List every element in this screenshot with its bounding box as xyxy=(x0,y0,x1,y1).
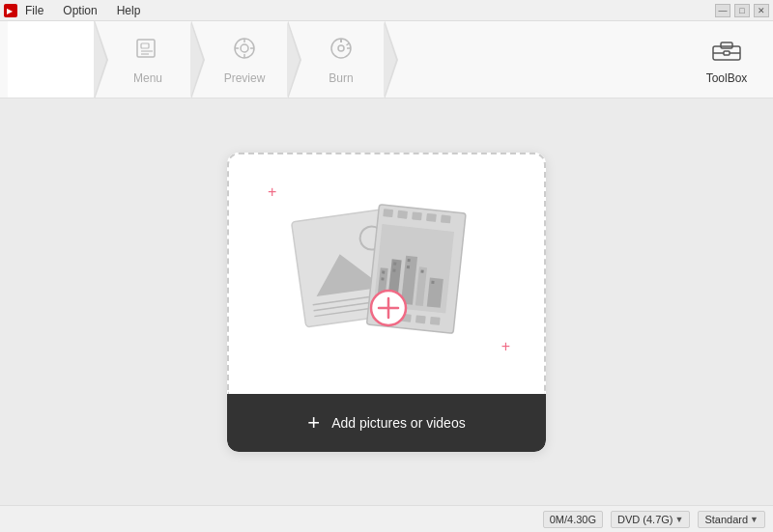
main-content: + + xyxy=(0,98,773,505)
svg-rect-27 xyxy=(724,51,730,55)
window-controls: — □ ✕ xyxy=(715,4,769,17)
burn-tab-icon xyxy=(328,35,355,68)
svg-rect-53 xyxy=(393,263,396,266)
status-bar: 0M/4.30G DVD (4.7G) ▼ Standard ▼ xyxy=(0,505,773,532)
media-illustration xyxy=(280,184,493,363)
disc-type-selector[interactable]: DVD (4.7G) ▼ xyxy=(611,511,690,528)
menu-help[interactable]: Help xyxy=(113,4,145,17)
sparkle-bottomright: + xyxy=(501,338,510,355)
svg-rect-43 xyxy=(415,315,426,323)
preview-tab-label: Preview xyxy=(224,71,266,85)
add-media-label: Add pictures or videos xyxy=(331,415,466,431)
toolbox-icon xyxy=(711,35,742,68)
menu-option[interactable]: Option xyxy=(59,4,100,17)
title-bar: ▶ File Option Help — □ ✕ xyxy=(0,0,773,21)
tab-menu[interactable]: Menu xyxy=(104,21,191,98)
preview-tab-icon xyxy=(231,35,258,68)
svg-rect-52 xyxy=(381,277,384,280)
svg-rect-36 xyxy=(397,210,408,219)
disc-type-chevron: ▼ xyxy=(675,515,684,524)
toolbox-button[interactable]: ToolBox xyxy=(688,21,765,98)
toolbox-label: ToolBox xyxy=(706,71,748,85)
svg-rect-56 xyxy=(407,266,410,268)
quality-chevron: ▼ xyxy=(750,515,759,524)
svg-line-22 xyxy=(347,42,350,45)
nav-bar: Source Menu xyxy=(0,21,773,98)
storage-indicator: 0M/4.30G xyxy=(543,511,603,528)
add-plus-icon: + xyxy=(307,410,320,435)
svg-rect-25 xyxy=(721,42,732,48)
tab-burn[interactable]: Burn xyxy=(298,21,385,98)
tab-source[interactable]: Source xyxy=(8,21,95,98)
close-button[interactable]: ✕ xyxy=(754,4,769,17)
svg-rect-51 xyxy=(382,270,385,273)
tab-preview[interactable]: Preview xyxy=(201,21,288,98)
menu-file[interactable]: File xyxy=(21,4,47,17)
svg-rect-54 xyxy=(392,269,395,272)
burn-tab-label: Burn xyxy=(329,71,353,85)
quality-selector[interactable]: Standard ▼ xyxy=(698,511,765,528)
svg-point-14 xyxy=(241,44,248,52)
svg-rect-39 xyxy=(441,214,451,223)
drop-zone[interactable]: + + xyxy=(227,153,546,452)
svg-rect-37 xyxy=(412,211,422,220)
menu-tab-icon xyxy=(134,35,161,68)
svg-rect-58 xyxy=(431,281,434,284)
svg-rect-38 xyxy=(426,213,437,222)
svg-rect-35 xyxy=(383,209,393,217)
svg-rect-57 xyxy=(420,270,423,273)
svg-rect-55 xyxy=(408,259,411,262)
svg-rect-10 xyxy=(141,43,149,48)
svg-rect-44 xyxy=(430,317,441,325)
drop-zone-visual: + + xyxy=(227,153,546,394)
svg-point-20 xyxy=(338,45,344,51)
minimize-button[interactable]: — xyxy=(715,4,730,17)
app-icon: ▶ xyxy=(4,4,17,17)
disc-type-value: DVD (4.7G) xyxy=(617,514,673,525)
svg-text:▶: ▶ xyxy=(7,7,14,15)
add-media-button[interactable]: + Add pictures or videos xyxy=(227,394,546,452)
nav-tabs: Source Menu xyxy=(8,21,688,98)
menu-tab-label: Menu xyxy=(133,71,162,85)
sparkle-topleft: + xyxy=(268,183,276,201)
menu-bar: File Option Help xyxy=(21,4,715,17)
maximize-button[interactable]: □ xyxy=(734,4,750,17)
quality-value: Standard xyxy=(704,514,748,525)
storage-value: 0M/4.30G xyxy=(550,514,596,525)
